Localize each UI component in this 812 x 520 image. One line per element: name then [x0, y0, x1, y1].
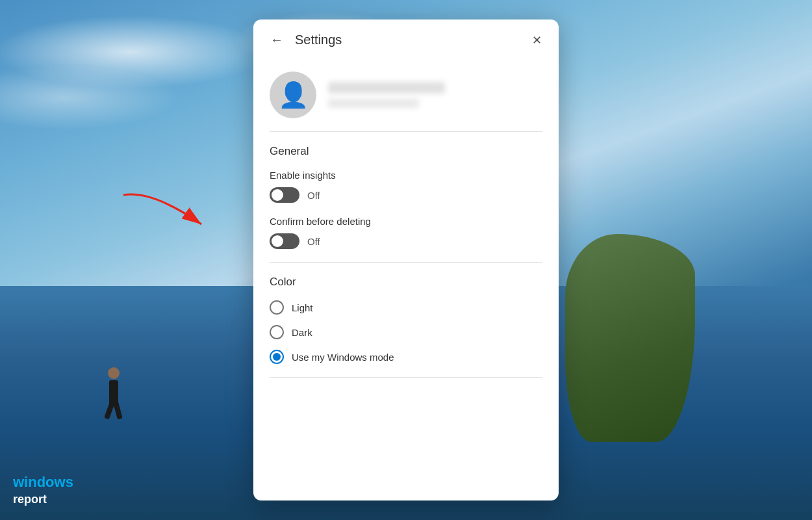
back-button[interactable]: ← [266, 31, 287, 49]
confirm-deleting-label: Confirm before deleting [270, 216, 542, 227]
profile-email [328, 99, 419, 108]
radio-light[interactable] [270, 300, 284, 315]
watermark-brand: windows [13, 473, 73, 492]
general-header: General [270, 145, 542, 158]
confirm-deleting-row: Confirm before deleting Off [270, 216, 542, 249]
person-running [101, 367, 127, 419]
enable-insights-toggle[interactable] [270, 187, 299, 203]
radio-dark[interactable] [270, 325, 284, 339]
enable-insights-label: Enable insights [270, 170, 542, 181]
settings-panel: ← Settings ✕ 👤 General Enable insights [253, 20, 559, 500]
profile-name [328, 82, 445, 94]
avatar: 👤 [270, 72, 316, 118]
confirm-deleting-toggle-row: Off [270, 233, 542, 249]
enable-insights-row: Enable insights Off [270, 170, 542, 203]
color-option-windows[interactable]: Use my Windows mode [270, 350, 542, 364]
profile-info [328, 82, 445, 108]
close-button[interactable]: ✕ [528, 32, 546, 49]
title-bar: ← Settings ✕ [253, 20, 559, 58]
divider-2 [270, 377, 542, 378]
panel-content: 👤 General Enable insights Off [253, 58, 559, 500]
divider-1 [270, 262, 542, 263]
color-header: Color [270, 276, 542, 289]
radio-windows-label: Use my Windows mode [292, 352, 394, 363]
toggle-thumb-2 [272, 235, 283, 247]
radio-dark-label: Dark [292, 327, 312, 338]
radio-light-label: Light [292, 302, 313, 313]
toggle-thumb [272, 189, 283, 201]
enable-insights-state: Off [307, 190, 320, 201]
settings-title: Settings [295, 32, 528, 47]
profile-section: 👤 [270, 58, 542, 132]
confirm-deleting-state: Off [307, 236, 320, 247]
confirm-deleting-toggle[interactable] [270, 233, 299, 249]
watermark-sub: report [13, 492, 73, 507]
color-option-light[interactable]: Light [270, 300, 542, 315]
avatar-icon: 👤 [278, 81, 309, 109]
watermark: windows report [13, 473, 73, 507]
radio-windows[interactable] [270, 350, 284, 364]
color-section: Color Light Dark Use my Windows mode [270, 276, 542, 364]
color-option-dark[interactable]: Dark [270, 325, 542, 339]
enable-insights-toggle-row: Off [270, 187, 542, 203]
rock-formation [565, 234, 695, 442]
general-section: General Enable insights Off Confirm befo… [270, 145, 542, 249]
